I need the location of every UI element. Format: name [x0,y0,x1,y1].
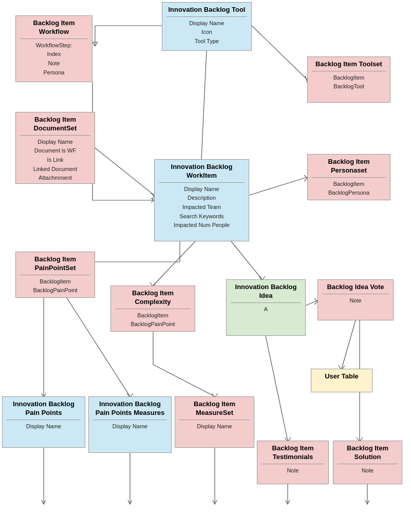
backlog-item-painpointset-fields: BacklogItemBacklogPainPoint [20,277,90,295]
innovation-backlog-tool-fields: Display NameIconTool Type [166,19,247,46]
backlog-item-measureset-box: Backlog Item MeasureSet Display Name [175,396,254,448]
user-table-title: User Table [315,372,368,381]
backlog-item-testimonials-fields: Note [261,466,324,476]
svg-line-17 [306,300,317,306]
backlog-item-toolset-fields: BacklogItemBacklogTool [312,73,386,91]
innovation-backlog-pain-points-measures-fields: Display Name [93,422,167,431]
innovation-backlog-pain-points-fields: Display Name [7,422,81,431]
backlog-item-documentset-fields: Display NameDocument is WFIs LinkLinked … [20,138,90,183]
svg-line-3 [201,51,207,159]
svg-line-16 [153,365,215,396]
innovation-backlog-pain-points-box: Innovation Backlog Pain Points Display N… [2,396,85,448]
backlog-item-complexity-fields: BacklogItemBacklogPainPoint [115,311,191,329]
innovation-backlog-idea-box: Innovation Backlog Idea A [226,279,306,336]
backlog-idea-vote-title: Backlog Idea Vote [322,283,389,292]
svg-line-18 [266,336,288,441]
diagram: Innovation Backlog Tool Display NameIcon… [0,0,411,532]
backlog-item-workflow-fields: WorkflowStep:IndexNotePersona [20,41,88,77]
innovation-backlog-pain-points-measures-title: Innovation Backlog Pain Points Measures [93,400,167,417]
svg-line-2 [252,26,307,80]
backlog-item-personaset-fields: BacklogItemBacklogPersona [312,180,386,198]
innovation-backlog-tool-box: Innovation Backlog Tool Display NameIcon… [162,2,252,51]
svg-line-6 [95,148,154,195]
innovation-backlog-pain-points-title: Innovation Backlog Pain Points [7,400,81,417]
innovation-backlog-workitem-box: Innovation Backlog WorkItem Display Name… [154,159,249,241]
innovation-backlog-pain-points-measures-box: Innovation Backlog Pain Points Measures … [88,396,172,453]
backlog-item-toolset-title: Backlog Item Toolset [312,60,386,69]
backlog-item-complexity-box: Backlog Item Complexity BacklogItemBackl… [110,286,195,332]
backlog-item-workflow-title: Backlog Item Workflow [20,19,88,36]
backlog-item-documentset-box: Backlog Item DocumentSet Display NameDoc… [15,112,95,184]
backlog-item-personaset-title: Backlog Item Personaset [312,158,386,175]
svg-line-19 [342,320,356,369]
innovation-backlog-workitem-title: Innovation Backlog WorkItem [159,163,245,180]
svg-line-11 [153,241,195,286]
innovation-backlog-tool-title: Innovation Backlog Tool [166,6,247,14]
backlog-idea-vote-fields: Note [322,296,389,306]
innovation-backlog-idea-fields: A [231,305,301,314]
backlog-item-testimonials-title: Backlog Item Testimonials [261,444,324,462]
backlog-item-solution-fields: Note [338,466,398,476]
backlog-item-complexity-title: Backlog Item Complexity [115,289,191,307]
backlog-item-painpointset-title: Backlog Item PainPointSet [20,255,90,273]
innovation-backlog-idea-title: Innovation Backlog Idea [231,283,301,300]
svg-line-7 [249,177,307,195]
svg-line-12 [231,241,262,279]
backlog-item-documentset-title: Backlog Item DocumentSet [20,116,90,133]
backlog-item-measureset-title: Backlog Item MeasureSet [179,400,250,417]
backlog-item-personaset-box: Backlog Item Personaset BacklogItemBackl… [307,154,390,200]
backlog-item-testimonials-box: Backlog Item Testimonials Note [257,441,329,484]
backlog-idea-vote-box: Backlog Idea Vote Note [317,279,394,320]
innovation-backlog-workitem-fields: Display NameDescriptionImpacted TeamSear… [159,185,245,230]
backlog-item-measureset-fields: Display Name [179,422,250,431]
backlog-item-painpointset-box: Backlog Item PainPointSet BacklogItemBac… [15,252,95,298]
backlog-item-solution-box: Backlog Item Solution Note [333,441,402,484]
user-table-box: User Table [311,369,372,392]
backlog-item-toolset-box: Backlog Item Toolset BacklogItemBacklogT… [307,56,390,103]
backlog-item-workflow-box: Backlog Item Workflow WorkflowStep:Index… [15,15,92,82]
backlog-item-solution-title: Backlog Item Solution [338,444,398,462]
